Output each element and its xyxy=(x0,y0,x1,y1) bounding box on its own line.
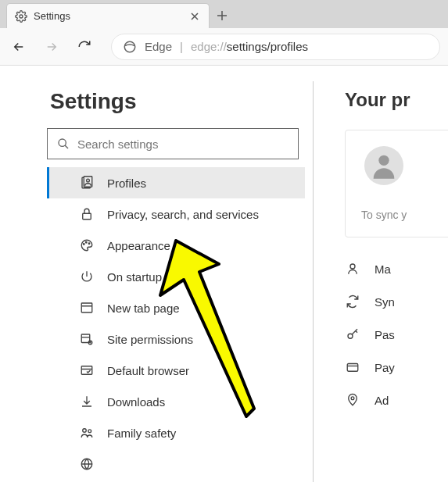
addr-divider: | xyxy=(180,40,183,53)
sidebar-item-appearance[interactable]: Appearance xyxy=(47,230,305,261)
location-icon xyxy=(345,392,360,408)
page: Settings Profiles Privacy, search, and s… xyxy=(0,66,448,482)
card-icon xyxy=(345,359,360,375)
toolbar: Edge | edge://settings/profiles xyxy=(0,28,448,66)
sidebar-item-label: Profiles xyxy=(107,177,146,190)
svg-rect-20 xyxy=(347,364,358,372)
family-icon xyxy=(79,425,95,441)
sync-text: To sync y xyxy=(361,209,448,221)
edge-logo-icon xyxy=(123,40,137,54)
svg-point-14 xyxy=(83,429,87,433)
sidebar-item-newtab[interactable]: New tab page xyxy=(47,292,305,323)
close-icon[interactable] xyxy=(188,10,201,23)
sidebar-item-onstartup[interactable]: On startup xyxy=(47,261,305,292)
content-item-manage[interactable]: Ma xyxy=(345,253,448,284)
default-browser-icon xyxy=(79,362,95,378)
sidebar-item-privacy[interactable]: Privacy, search, and services xyxy=(47,198,305,230)
nav-list: Profiles Privacy, search, and services A… xyxy=(47,167,305,480)
back-button[interactable] xyxy=(8,36,30,58)
sidebar-item-label: New tab page xyxy=(107,302,180,315)
address-bar[interactable]: Edge | edge://settings/profiles xyxy=(111,34,440,60)
sidebar-item-label: Downloads xyxy=(107,395,165,409)
content-item-passwords[interactable]: Pas xyxy=(345,319,448,350)
content-item-label: Ad xyxy=(375,394,389,407)
new-tab-button[interactable] xyxy=(210,3,235,28)
content-item-addresses[interactable]: Ad xyxy=(345,384,448,416)
svg-point-18 xyxy=(350,264,355,269)
key-icon xyxy=(345,327,360,342)
svg-point-7 xyxy=(84,244,85,245)
globe-icon xyxy=(79,456,95,472)
svg-point-21 xyxy=(351,397,354,400)
sidebar-item-downloads[interactable]: Downloads xyxy=(47,386,305,417)
svg-point-1 xyxy=(124,41,135,52)
tab-bar: Settings xyxy=(0,0,448,28)
sidebar-item-sitepermissions[interactable]: Site permissions xyxy=(47,323,305,355)
svg-point-9 xyxy=(88,243,90,245)
sidebar-item-label: Default browser xyxy=(107,364,189,377)
settings-sidebar: Settings Profiles Privacy, search, and s… xyxy=(0,66,313,482)
content-item-label: Ma xyxy=(375,262,391,276)
forward-button[interactable] xyxy=(41,36,63,58)
svg-rect-6 xyxy=(83,213,91,220)
svg-point-2 xyxy=(59,139,66,146)
addr-label: Edge xyxy=(145,40,172,53)
content-item-label: Pas xyxy=(375,328,395,341)
search-input[interactable] xyxy=(77,137,289,151)
sidebar-item-languages[interactable] xyxy=(47,448,305,480)
sync-icon xyxy=(345,294,360,309)
gear-icon xyxy=(15,10,27,23)
svg-point-0 xyxy=(20,15,23,18)
addr-url: edge://settings/profiles xyxy=(191,40,308,53)
browser-tab[interactable]: Settings xyxy=(6,3,210,28)
lock-icon xyxy=(79,206,95,222)
tab-title: Settings xyxy=(34,10,182,22)
sidebar-item-label: Privacy, search, and services xyxy=(107,208,259,221)
avatar xyxy=(364,146,403,185)
person-icon xyxy=(345,261,360,277)
sidebar-item-label: Appearance xyxy=(107,239,170,252)
content-title: Your pr xyxy=(345,89,448,111)
profiles-icon xyxy=(79,175,95,191)
download-icon xyxy=(79,394,95,409)
palette-icon xyxy=(79,237,95,253)
content-item-label: Pay xyxy=(375,361,395,374)
search-settings-box[interactable] xyxy=(47,128,299,159)
sidebar-item-label: On startup xyxy=(107,270,162,284)
sidebar-item-defaultbrowser[interactable]: Default browser xyxy=(47,355,305,386)
sidebar-item-label: Site permissions xyxy=(107,333,193,346)
profile-card: To sync y xyxy=(345,130,448,237)
refresh-button[interactable] xyxy=(73,36,95,58)
svg-point-19 xyxy=(348,334,353,338)
content-item-sync[interactable]: Syn xyxy=(345,286,448,317)
newtab-icon xyxy=(79,300,95,316)
permissions-icon xyxy=(79,331,95,347)
svg-point-15 xyxy=(88,430,91,433)
svg-rect-10 xyxy=(81,303,92,312)
content-item-payment[interactable]: Pay xyxy=(345,352,448,383)
sidebar-item-family[interactable]: Family safety xyxy=(47,417,305,448)
svg-point-8 xyxy=(86,242,88,244)
page-title: Settings xyxy=(50,89,305,114)
svg-rect-13 xyxy=(81,366,92,375)
search-icon xyxy=(57,137,70,150)
content-item-label: Syn xyxy=(375,295,395,309)
content-list: Ma Syn Pas Pay Ad xyxy=(345,253,448,416)
svg-point-17 xyxy=(378,155,389,166)
sidebar-item-label: Family safety xyxy=(107,427,176,440)
sidebar-item-profiles[interactable]: Profiles xyxy=(47,167,305,198)
content-pane: Your pr To sync y Ma Syn Pas Pay xyxy=(314,66,448,482)
power-icon xyxy=(79,269,95,284)
